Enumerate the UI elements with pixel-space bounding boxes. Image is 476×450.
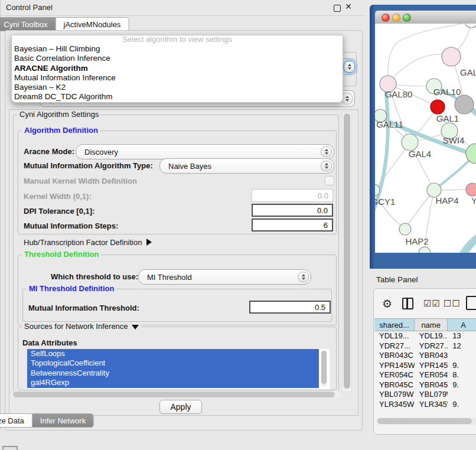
table-row[interactable]: YBR043CYBR043C <box>374 351 476 361</box>
which-threshold-value: MI Threshold <box>139 273 192 282</box>
algorithm-dropdown-placeholder: Select algorithm to view settings <box>12 35 343 44</box>
table-row[interactable]: YER054CYER054C8. <box>374 370 476 380</box>
apply-button-label: Apply <box>170 402 191 412</box>
table-row[interactable]: YBL079WYBL079W <box>374 390 476 400</box>
kernel-width-label: Kernel Width (0,1): <box>24 191 92 201</box>
table-row[interactable]: YPR145WYPR145W9. <box>374 361 476 371</box>
table-cell: 13 <box>448 331 476 341</box>
data-attributes-list[interactable]: SelfLoopsTopologicalCoefficientBetweenne… <box>27 349 330 389</box>
tab-label: Discretize Data <box>0 416 24 425</box>
close-traffic-light-icon[interactable] <box>382 14 390 22</box>
table-cell: 9. <box>448 400 476 410</box>
zoom-traffic-light-icon[interactable] <box>403 14 411 22</box>
export-table-icon[interactable] <box>466 296 476 310</box>
table-cell: YBL079W <box>415 390 448 400</box>
column-header[interactable]: name <box>415 318 448 331</box>
mi-steps-label: Mutual Information Steps: <box>24 221 118 231</box>
network-node-y[interactable] <box>466 183 476 196</box>
columns-icon[interactable] <box>402 298 413 309</box>
table-cell: 9 <box>448 409 476 410</box>
kernel-width-field[interactable]: 0.0 <box>252 189 333 202</box>
algorithm-option[interactable]: ARACNE Algorithm <box>12 64 343 73</box>
network-graph-canvas[interactable]: GALGAL80GAL10GAL1GAL11SWI4GAL4GCY1HAP4YH… <box>375 24 476 253</box>
network-node-gal[interactable] <box>442 47 461 66</box>
expanded-arrow-icon[interactable] <box>132 325 139 330</box>
collapsed-arrow-icon[interactable] <box>146 239 152 246</box>
control-panel-window: Control Panel ✕ NetworkStyleSelectCyni T… <box>0 0 1 430</box>
table-cell: YBR043C <box>415 351 448 361</box>
table-row[interactable]: YIL052CYIL052C9 <box>374 409 476 410</box>
combo-spinner-icon[interactable] <box>321 146 332 157</box>
network-node-gal4[interactable] <box>402 134 418 151</box>
gear-icon[interactable]: ⚙ <box>382 297 392 311</box>
combo-spinner-icon[interactable] <box>298 272 309 282</box>
deselect-all-checkboxes-icon[interactable]: ☐☐ <box>444 298 461 309</box>
control-panel-title: Control Panel <box>6 3 53 12</box>
algorithm-option[interactable]: Bayesian – K2 <box>12 83 343 92</box>
table-row[interactable]: YBR045CYBR045C9. <box>374 380 476 390</box>
mi-type-combo[interactable]: Naive Bayes <box>159 158 334 174</box>
aracne-mode-label: Aracne Mode: <box>24 146 74 156</box>
tab-cyni-toolbox[interactable]: Cyni Toolbox <box>0 18 56 31</box>
settings-horizontal-scrollbar[interactable] <box>11 391 341 398</box>
manual-kernel-checkbox[interactable] <box>325 176 334 185</box>
threshold-definition-title: Threshold Definition <box>22 250 101 259</box>
network-window-titlebar[interactable] <box>375 11 476 24</box>
attribute-item[interactable]: TopologicalCoefficient <box>27 358 319 368</box>
minimize-traffic-light-icon[interactable] <box>392 14 400 22</box>
table-cell: YDR27... <box>374 341 415 351</box>
aracne-mode-combo[interactable]: Discovery <box>76 144 334 159</box>
node-label-gal11: GAL11 <box>376 119 403 129</box>
cyni-bottom-tabs: Impute DataDiscretize DataInfer Network <box>0 413 94 428</box>
column-header[interactable]: shared... <box>374 318 415 331</box>
combo-spinner-icon[interactable] <box>344 61 355 73</box>
table-cell <box>448 351 476 361</box>
mi-steps-value: 6 <box>324 221 328 230</box>
table-cell <box>448 390 476 400</box>
network-node[interactable] <box>419 247 431 253</box>
hub-definition-toggle[interactable]: Hub/Transcription Factor Definition <box>24 237 152 247</box>
algorithm-option[interactable]: Dream8 DC_TDC Algorithm <box>12 92 343 102</box>
algorithm-dropdown-list: Bayesian – Hill ClimbingBasic Correlatio… <box>12 44 343 102</box>
sources-group-title[interactable]: Sources for Network Inference <box>22 322 141 331</box>
mi-type-label: Mutual Information Algorithm Type: <box>24 161 153 171</box>
node-label-gal4: GAL4 <box>409 149 431 159</box>
table-panel: ⚙ ☑☑ ☐☐ shared...nameA YDL19...YDL19...1… <box>373 288 476 435</box>
settings-vertical-scrollbar[interactable] <box>342 112 352 392</box>
dpi-tolerance-field[interactable]: 0.0 <box>252 204 333 217</box>
network-node[interactable] <box>465 24 476 28</box>
column-header[interactable]: A <box>448 318 476 331</box>
list-scrollbar[interactable] <box>321 350 327 387</box>
table-cell: YPR145W <box>415 361 448 371</box>
algorithm-option[interactable]: Mutual Information Inference <box>12 73 343 83</box>
network-node[interactable] <box>431 100 445 114</box>
algorithm-option[interactable]: Bayesian – Hill Climbing <box>12 44 343 54</box>
apply-button[interactable]: Apply <box>159 400 202 414</box>
combo-spinner-icon[interactable] <box>321 161 332 171</box>
tab-discretize-data[interactable]: Discretize Data <box>0 414 32 427</box>
node-label-y: Y <box>471 195 476 206</box>
table-row[interactable]: YDL19...YDL19...13 <box>374 331 476 341</box>
algorithm-option[interactable]: Basic Correlation Inference <box>12 54 343 63</box>
network-node[interactable] <box>455 95 474 114</box>
table-row[interactable]: YDR27...YDR27...12 <box>374 341 476 351</box>
table-horizontal-scrollbar[interactable] <box>376 418 476 425</box>
float-window-icon[interactable] <box>334 5 341 12</box>
attribute-item[interactable]: SelfLoops <box>27 349 319 358</box>
tab-infer-network[interactable]: Infer Network <box>32 414 93 427</box>
select-all-checkboxes-icon[interactable]: ☑☑ <box>423 298 441 309</box>
tab-jactivemnodules[interactable]: jActiveMNodules <box>56 18 129 31</box>
node-table[interactable]: shared...nameA YDL19...YDL19...13YDR27..… <box>374 318 476 410</box>
table-cell: YBL079W <box>374 390 415 400</box>
attribute-item[interactable]: gal4RGexp <box>27 378 319 387</box>
network-node-hap2[interactable] <box>399 223 411 235</box>
mi-steps-field[interactable]: 6 <box>252 219 333 231</box>
table-cell: YLR345W <box>374 400 415 410</box>
attribute-item[interactable]: BetweennessCentrality <box>27 369 319 378</box>
mi-threshold-field[interactable]: 0.5 <box>249 301 331 314</box>
close-icon[interactable]: ✕ <box>345 2 352 11</box>
which-threshold-combo[interactable]: MI Threshold <box>138 269 311 285</box>
table-row[interactable]: YLR345WYLR345W9. <box>374 400 476 410</box>
table-cell: 12 <box>448 341 476 351</box>
dpi-tolerance-value: 0.0 <box>317 206 328 215</box>
